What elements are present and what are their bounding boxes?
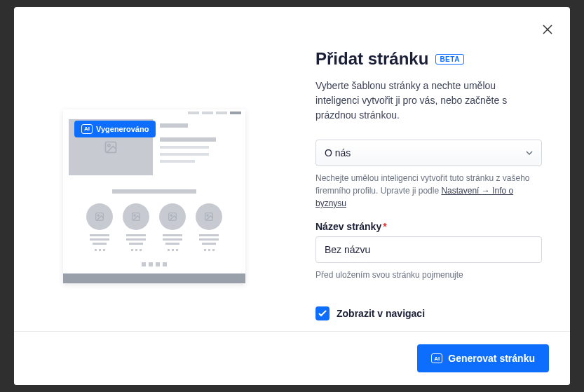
template-select-value: O nás bbox=[325, 147, 351, 158]
page-name-help: Před uložením svou stránku pojmenujte bbox=[315, 269, 542, 281]
generated-badge: AI Vygenerováno bbox=[74, 121, 156, 137]
generate-button-label: Generovat stránku bbox=[448, 353, 535, 364]
show-nav-label: Zobrazit v navigaci bbox=[337, 308, 425, 319]
close-icon bbox=[542, 24, 553, 35]
svg-point-1 bbox=[108, 144, 110, 146]
modal-footer: AI Generovat stránku bbox=[14, 331, 570, 385]
beta-badge: BETA bbox=[435, 54, 463, 65]
close-button[interactable] bbox=[539, 21, 556, 38]
modal-title: Přidat stránku bbox=[315, 49, 428, 69]
page-name-label: Název stránky* bbox=[315, 221, 542, 232]
modal-description: Vyberte šablonu stránky a nechte umělou … bbox=[315, 79, 542, 123]
add-page-modal: AI Vygenerováno bbox=[14, 7, 570, 385]
page-name-input[interactable] bbox=[315, 236, 542, 263]
svg-point-9 bbox=[207, 215, 208, 216]
svg-point-3 bbox=[97, 215, 99, 216]
generate-page-button[interactable]: AI Generovat stránku bbox=[417, 344, 549, 372]
check-icon bbox=[318, 310, 327, 317]
ai-icon: AI bbox=[431, 353, 442, 363]
chevron-down-icon bbox=[526, 151, 533, 155]
svg-point-7 bbox=[170, 215, 172, 216]
show-nav-checkbox[interactable] bbox=[315, 306, 330, 320]
svg-point-5 bbox=[134, 215, 135, 216]
preview-panel: AI Vygenerováno bbox=[14, 7, 294, 385]
template-select[interactable]: O nás bbox=[315, 140, 542, 166]
template-help: Nechejte umělou inteligenci vytvořit tut… bbox=[315, 172, 542, 210]
ai-icon: AI bbox=[81, 124, 93, 134]
generated-badge-label: Vygenerováno bbox=[96, 125, 149, 133]
form-panel: Přidat stránku BETA Vyberte šablonu strá… bbox=[294, 7, 570, 385]
